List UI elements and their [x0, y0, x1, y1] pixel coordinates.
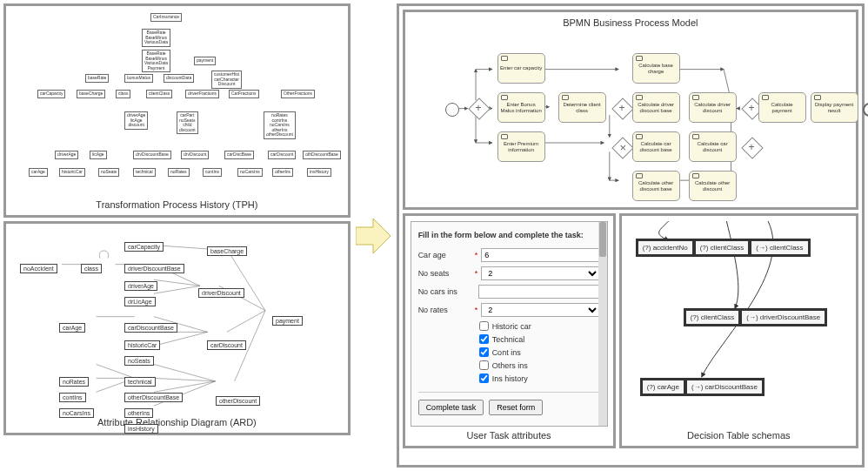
field-label: Car age [418, 251, 475, 259]
tph-panel: CarInsuranceBaseRateBaseMinusVariousData… [3, 3, 351, 218]
tph-tree: CarInsuranceBaseRateBaseMinusVariousData… [11, 11, 343, 196]
tph-node: carCapacity [37, 90, 65, 98]
service-icon [692, 134, 699, 139]
checkbox-label: Cont ins [492, 348, 521, 357]
ard-canvas: noAccidentclasscarCapacitydriverDiscount… [11, 229, 343, 414]
dts-canvas: (?) accidentNo(?) clientClass(→) clientC… [627, 221, 851, 427]
bpmn-task-label: Display payment result [813, 102, 856, 113]
service-icon [636, 95, 643, 100]
dt-header-cell: (→) driverDiscountBase [740, 309, 826, 326]
checkbox-row: Ins history [479, 373, 600, 383]
reset-form-button[interactable]: Reset form [489, 400, 543, 415]
svg-line-9 [154, 332, 208, 346]
tph-node: drvDiscount [181, 151, 209, 159]
form-panel: Fill in the form below and complete the … [403, 213, 616, 448]
tph-node: driverAgelicAgediscount [124, 111, 148, 130]
dt-header-cell: (?) carAge [641, 379, 685, 395]
checkbox[interactable] [479, 347, 489, 357]
field-label: No rates [418, 306, 475, 314]
ard-node: carCapacity [124, 242, 164, 252]
tph-node: drvDiscountBase [133, 151, 171, 159]
dt-header-cell: (→) carDiscountBase [685, 379, 764, 395]
dt-header-cell: (?) clientClass [694, 239, 751, 256]
service-icon [636, 173, 643, 178]
field-label: No seats [418, 269, 475, 278]
required-mark: * [475, 269, 478, 278]
tph-node: technical [133, 168, 156, 177]
tph-node: insHistory [307, 168, 331, 177]
bpmn-task-label: Enter car capacity [500, 65, 542, 71]
tph-node: clientClass [146, 90, 172, 98]
ard-node: driverAge [124, 281, 157, 291]
checkbox-label: Technical [492, 335, 525, 344]
dts-panel: (?) accidentNo(?) clientClass(→) clientC… [619, 213, 858, 448]
tph-title: Transformation Process History (TPH) [11, 196, 343, 210]
bpmn-task-label: Calculate base charge [635, 63, 678, 74]
bpmn-task: Enter Bonus Malus information [497, 92, 545, 123]
bpmn-task: Enter car capacity [497, 53, 545, 84]
bpmn-task-label: Calculate payment [761, 102, 804, 113]
form-row: No rates*2 [418, 303, 600, 317]
field-input[interactable] [478, 285, 600, 299]
checkbox-label: Historic car [492, 322, 531, 331]
tph-node: baseCharge [77, 90, 105, 98]
tph-node: licAge [90, 151, 107, 159]
svg-line-5 [154, 286, 200, 293]
checkbox[interactable] [479, 334, 489, 344]
checkbox-label: Ins history [492, 374, 528, 383]
bpmn-task-label: Calculate other discount base [635, 180, 678, 192]
svg-line-15 [154, 381, 216, 392]
tph-node: class [116, 90, 130, 98]
checkbox[interactable] [479, 373, 489, 383]
bpmn-task-label: Calculate driver discount [691, 102, 734, 113]
svg-line-17 [227, 249, 265, 311]
checkbox[interactable] [479, 321, 489, 331]
ard-node: class [81, 264, 102, 273]
bpmn-panel: BPMN Business Process Model Enter car ca… [403, 10, 858, 210]
tph-node: noRates [168, 168, 190, 177]
tph-node: CarInsurance [150, 13, 182, 22]
tph-node: driverAge [55, 151, 78, 159]
form-header: Fill in the form below and complete the … [418, 231, 600, 239]
tph-node: bonusMalus [124, 74, 153, 83]
ard-node: carDiscount [207, 340, 246, 350]
bpmn-task-label: Calculate car discount base [635, 141, 678, 152]
required-mark: * [475, 251, 478, 259]
tph-node: driverFractions [185, 90, 219, 98]
service-icon [636, 56, 643, 61]
user-icon [501, 134, 508, 139]
bpmn-start-event [445, 103, 459, 117]
tph-node: customerHistcarCharacterDiscount [211, 71, 242, 89]
checkbox[interactable] [479, 360, 489, 370]
bpmn-canvas: Enter car capacityCalculate base chargeE… [411, 31, 851, 202]
bpmn-task-label: Calculate other discount [691, 180, 734, 192]
bpmn-task: Calculate payment [758, 92, 806, 123]
ard-node: payment [272, 316, 303, 326]
tph-node: carDiscBase [224, 151, 254, 159]
tph-node: OtherFractions [281, 90, 315, 98]
field-label: No cars ins [418, 287, 475, 296]
bpmn-gateway [611, 137, 633, 158]
complete-task-button[interactable]: Complete task [418, 400, 484, 415]
tph-node: historicCar [59, 168, 85, 177]
ard-node: noSeats [124, 356, 154, 366]
tph-node: baseRate [85, 74, 109, 83]
bpmn-gateway [468, 98, 490, 119]
checkbox-label: Others ins [492, 361, 528, 370]
bpmn-gateway [741, 137, 763, 158]
form-row: Car age* [418, 248, 600, 262]
required-mark: * [475, 306, 478, 314]
ard-node: historicCar [124, 340, 160, 350]
svg-line-10 [97, 364, 135, 378]
scrollbar[interactable] [598, 222, 607, 426]
user-icon [501, 56, 508, 61]
bpmn-task-label: Calculate car discount [691, 141, 734, 152]
field-input[interactable]: 2 [481, 303, 599, 317]
bpmn-title: BPMN Business Process Model [411, 17, 851, 28]
svg-line-19 [227, 311, 265, 333]
field-input[interactable] [481, 248, 599, 262]
field-input[interactable]: 2 [481, 266, 599, 280]
ard-node: carAge [59, 323, 85, 333]
ard-node: noCarsIns [59, 408, 94, 418]
bpmn-task: Calculate driver discount [689, 92, 737, 123]
